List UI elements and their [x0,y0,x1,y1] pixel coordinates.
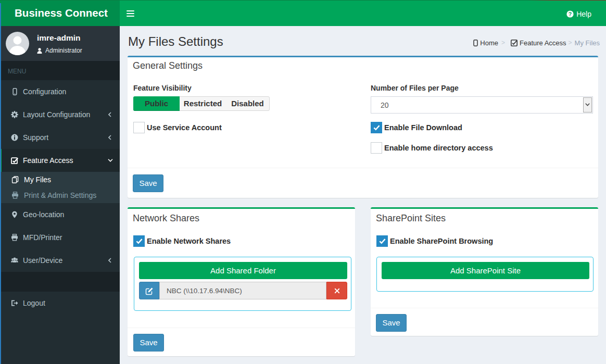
svg-text:?: ? [569,10,572,17]
